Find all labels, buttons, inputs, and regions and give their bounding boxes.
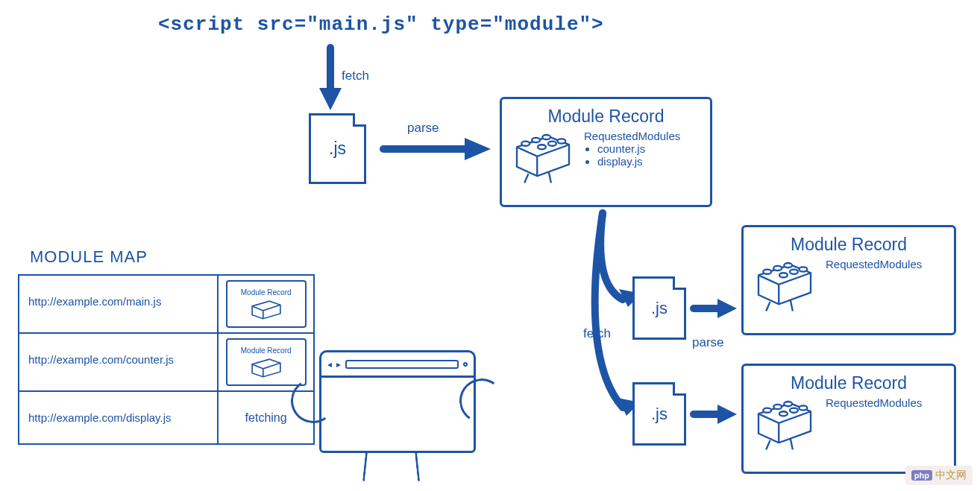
table-row: http://example.com/counter.js Module Rec… (19, 334, 313, 392)
php-logo: php (911, 470, 932, 481)
requested-modules-label: RequestedModules (584, 130, 680, 142)
mini-module-record: Module Record (226, 280, 307, 328)
module-map-table: http://example.com/main.js Module Record… (18, 274, 315, 445)
diagram-stage: <script src="main.js" type="module"> fet… (0, 0, 980, 491)
label-fetch-2: fetch (583, 326, 611, 341)
svg-point-5 (538, 145, 546, 149)
file-display-js: .js (632, 382, 686, 446)
file-counter-ext: .js (651, 299, 668, 318)
svg-point-3 (532, 138, 540, 142)
svg-point-13 (773, 266, 782, 270)
back-icon: ◂ (327, 359, 332, 370)
requested-modules-label: RequestedModules (826, 258, 922, 270)
req-module-item: counter.js (597, 142, 680, 155)
svg-point-12 (763, 270, 771, 274)
file-counter-js: .js (632, 276, 686, 340)
brick-icon (511, 130, 575, 182)
map-value: Module Record (219, 276, 313, 332)
svg-point-21 (779, 411, 788, 416)
forward-icon: ▸ (336, 359, 341, 370)
svg-marker-10 (717, 299, 737, 318)
svg-point-4 (542, 135, 550, 139)
map-value: Module Record (219, 334, 313, 390)
map-url: http://example.com/counter.js (19, 334, 219, 390)
svg-point-16 (790, 270, 798, 274)
module-map-title: MODULE MAP (30, 247, 148, 267)
arrow-parse-display (691, 398, 743, 438)
label-parse-1: parse (407, 121, 439, 136)
svg-marker-11 (717, 405, 737, 424)
watermark: php 中文网 (905, 466, 973, 485)
module-record-title: Module Record (511, 107, 701, 127)
svg-point-7 (557, 139, 565, 143)
svg-point-14 (784, 263, 792, 267)
file-display-ext: .js (651, 405, 668, 424)
svg-point-22 (790, 408, 798, 413)
browser-cartoon: ◂ ▸ (319, 350, 476, 453)
address-bar (345, 360, 459, 369)
leg-left (362, 452, 368, 481)
brick-icon (753, 258, 817, 310)
arrow-parse-counter (691, 292, 743, 332)
table-row: http://example.com/display.js fetching (19, 392, 313, 443)
table-row: http://example.com/main.js Module Record (19, 276, 313, 334)
svg-point-19 (773, 405, 782, 409)
module-record-title: Module Record (753, 235, 945, 255)
brick-icon (753, 396, 817, 449)
svg-marker-0 (319, 88, 342, 110)
module-record-counter: Module Record RequestedModules (741, 225, 956, 335)
map-url: http://example.com/main.js (19, 276, 219, 332)
script-tag-header: <script src="main.js" type="module"> (158, 13, 604, 36)
requested-modules-label: RequestedModules (826, 396, 922, 409)
svg-point-6 (548, 142, 556, 146)
svg-point-17 (799, 267, 807, 271)
watermark-text: 中文网 (935, 469, 967, 482)
module-record-display: Module Record RequestedModules (741, 364, 956, 474)
svg-point-23 (799, 405, 807, 410)
svg-point-15 (779, 273, 788, 277)
leg-right (415, 452, 421, 481)
svg-marker-1 (465, 138, 491, 160)
mini-module-title: Module Record (241, 288, 292, 297)
svg-point-20 (784, 402, 792, 406)
svg-point-18 (763, 408, 771, 413)
file-main-js: .js (309, 113, 366, 184)
mini-module-record: Module Record (226, 338, 307, 386)
label-fetch-1: fetch (342, 69, 369, 83)
label-parse-2: parse (692, 335, 724, 350)
mini-module-title: Module Record (241, 346, 292, 355)
dot-icon (463, 362, 468, 367)
file-main-ext: .js (329, 139, 346, 159)
module-record-main: Module Record RequestedModules counter.j… (500, 97, 712, 207)
map-url: http://example.com/display.js (19, 392, 219, 443)
svg-point-2 (521, 142, 530, 146)
req-module-item: display.js (597, 155, 680, 168)
module-record-title: Module Record (753, 373, 945, 393)
